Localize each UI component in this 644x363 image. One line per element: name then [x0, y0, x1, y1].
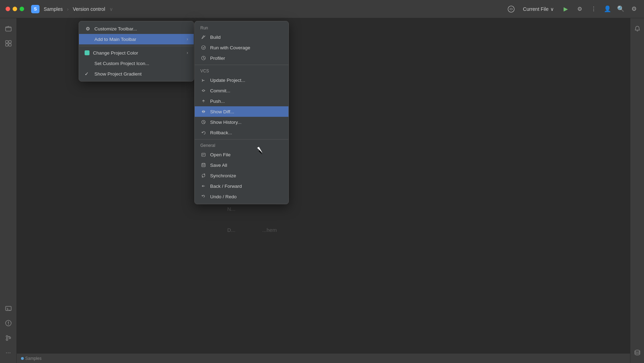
profiler-label: Profiler: [210, 56, 283, 61]
svg-point-11: [9, 337, 10, 339]
add-to-toolbar-label: Add to Main Toolbar: [94, 37, 183, 42]
menu-item-commit[interactable]: Commit...: [195, 85, 288, 96]
show-history-icon: [200, 119, 207, 125]
menu-item-profiler[interactable]: Profiler: [195, 53, 288, 63]
change-project-color-arrow: ›: [187, 50, 188, 55]
run-with-coverage-label: Run with Coverage: [210, 45, 283, 50]
color-swatch-icon: [85, 50, 90, 55]
sidebar-item-folder[interactable]: [2, 22, 15, 35]
run-section-header: Run: [195, 23, 288, 32]
close-button[interactable]: [6, 7, 10, 11]
menu-item-undo-redo[interactable]: Undo / Redo: [195, 191, 288, 202]
show-history-label: Show History...: [210, 120, 283, 125]
run-settings-button[interactable]: ⚙: [575, 4, 585, 14]
svg-point-8: [8, 324, 9, 325]
menu-item-add-to-main-toolbar[interactable]: Add to Main Toolbar ›: [79, 34, 194, 44]
statusbar-project-label: Samples: [25, 356, 42, 361]
menu-separator-vcs: [195, 65, 288, 65]
svg-rect-2: [6, 41, 8, 43]
current-file-selector[interactable]: Current File ∨: [520, 5, 557, 13]
statusbar-project[interactable]: Samples: [21, 356, 42, 361]
general-section-header: General: [195, 141, 288, 149]
vcs-section-header: VCS: [195, 66, 288, 75]
statusbar: Samples: [17, 353, 630, 363]
menu-separator-general: [195, 139, 288, 140]
titlebar-right: 👤 🔍 ⚙: [603, 5, 638, 14]
undo-redo-label: Undo / Redo: [210, 194, 283, 199]
commit-icon: [200, 87, 207, 94]
version-control-label[interactable]: Version control: [73, 6, 105, 12]
status-dot: [21, 357, 24, 360]
menu-item-show-history[interactable]: Show History...: [195, 117, 288, 127]
search-icon[interactable]: 🔍: [616, 5, 625, 14]
customize-toolbar-label: Customize Toolbar...: [94, 26, 188, 31]
add-to-toolbar-icon: [85, 36, 91, 42]
menu-item-show-project-gradient[interactable]: ✓ Show Project Gradient: [79, 69, 194, 79]
show-project-gradient-label: Show Project Gradient: [94, 71, 188, 77]
open-file-label: Open File: [210, 152, 283, 157]
menu-item-set-custom-project-icon[interactable]: Set Custom Project Icon...: [79, 58, 194, 69]
synchronize-label: Synchronize: [210, 173, 283, 178]
menu-item-show-diff[interactable]: Show Diff...: [195, 106, 288, 117]
context-menu-left: ⚙ Customize Toolbar... Add to Main Toolb…: [79, 21, 194, 81]
svg-point-0: [508, 6, 514, 12]
menu-item-save-all[interactable]: Save All: [195, 160, 288, 170]
svg-rect-5: [9, 44, 11, 46]
show-diff-label: Show Diff...: [210, 109, 283, 114]
database-icon[interactable]: [631, 346, 644, 359]
show-gradient-check: ✓: [85, 71, 91, 77]
maximize-button[interactable]: [20, 7, 24, 11]
menu-item-back-forward[interactable]: Back / Forward: [195, 181, 288, 191]
menu-item-synchronize[interactable]: Synchronize: [195, 170, 288, 181]
minimize-button[interactable]: [13, 7, 17, 11]
show-diff-icon: [200, 108, 207, 115]
titlebar-divider2: ∨: [109, 6, 113, 12]
menu-item-change-project-color[interactable]: Change Project Color ›: [79, 48, 194, 58]
update-project-icon: [200, 77, 207, 83]
project-name: Samples: [44, 6, 63, 12]
svg-point-12: [635, 350, 640, 352]
sidebar-item-structure[interactable]: [2, 37, 15, 50]
back-forward-label: Back / Forward: [210, 184, 283, 189]
svg-rect-4: [6, 44, 8, 46]
menu-item-update-project[interactable]: Update Project...: [195, 75, 288, 85]
notifications-icon[interactable]: [631, 22, 644, 35]
update-project-label: Update Project...: [210, 78, 283, 83]
more-options-button[interactable]: ⋮: [589, 4, 599, 14]
settings-icon[interactable]: ⚙: [629, 5, 638, 14]
menu-item-run-with-coverage[interactable]: Run with Coverage: [195, 42, 288, 53]
build-icon: [200, 34, 207, 40]
svg-point-13: [202, 46, 206, 50]
synchronize-icon: [200, 172, 207, 179]
sidebar-item-problems[interactable]: [2, 317, 15, 329]
run-button[interactable]: ▶: [561, 4, 571, 14]
context-menu-right: Run Build Run with Coverage Profiler: [194, 21, 289, 204]
sidebar-item-terminal[interactable]: [2, 302, 15, 315]
undo-redo-icon: [200, 193, 207, 200]
titlebar-divider: ›: [67, 6, 69, 12]
set-custom-project-icon-label: Set Custom Project Icon...: [94, 61, 188, 66]
menu-separator-1: [79, 46, 194, 46]
svg-rect-3: [9, 41, 11, 43]
rollback-icon: [200, 129, 207, 136]
ai-assistant-icon[interactable]: [506, 4, 516, 14]
background-text: ...hem: [262, 227, 277, 233]
menu-item-build[interactable]: Build: [195, 32, 288, 42]
account-icon[interactable]: 👤: [603, 5, 612, 14]
project-icon: S: [31, 5, 40, 13]
svg-point-9: [6, 336, 8, 337]
save-all-label: Save All: [210, 163, 283, 168]
menu-item-push[interactable]: Push...: [195, 96, 288, 106]
add-to-toolbar-arrow: ›: [187, 37, 188, 42]
menu-item-customize-toolbar[interactable]: ⚙ Customize Toolbar...: [79, 23, 194, 34]
menu-item-open-file[interactable]: Open File: [195, 149, 288, 160]
sidebar-item-git[interactable]: [2, 332, 15, 344]
sidebar-item-more[interactable]: ···: [2, 346, 15, 359]
run-coverage-icon: [200, 44, 207, 51]
menu-item-rollback[interactable]: Rollback...: [195, 127, 288, 138]
commit-label: Commit...: [210, 88, 283, 93]
customize-toolbar-icon: ⚙: [85, 26, 91, 32]
titlebar: S Samples › Version control ∨ Current Fi…: [0, 0, 644, 18]
change-project-color-label: Change Project Color: [93, 50, 183, 56]
svg-rect-17: [202, 153, 205, 156]
